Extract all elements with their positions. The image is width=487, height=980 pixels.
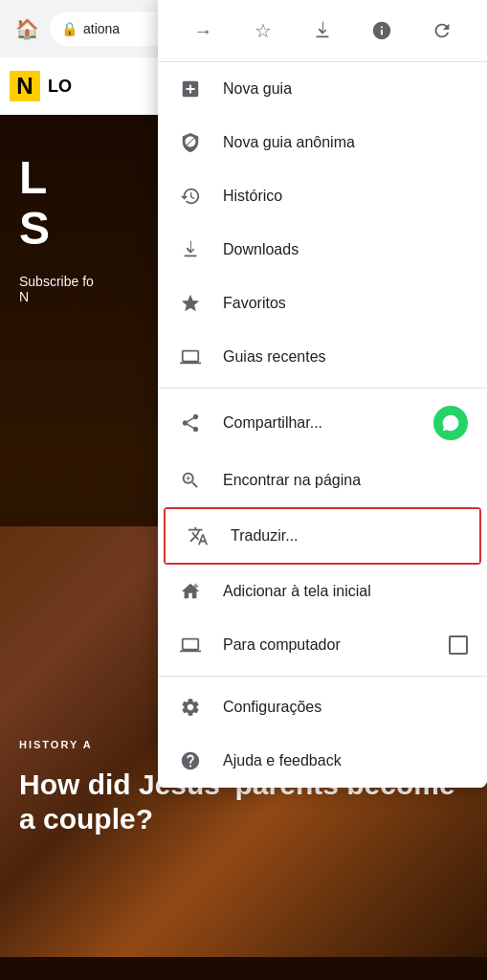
adicionar-tela-label: Adicionar à tela inicial	[223, 583, 468, 600]
ng-header: N LO	[0, 57, 158, 115]
traduzir-highlight-box: Traduzir...	[164, 507, 481, 565]
history-icon	[177, 183, 204, 210]
menu-item-encontrar-pagina[interactable]: Encontrar na página	[158, 454, 487, 507]
para-computador-label: Para computador	[223, 636, 430, 654]
page-title-line2: S	[19, 204, 94, 255]
traduzir-label: Traduzir...	[231, 527, 460, 545]
ng-logo-text: N	[16, 73, 33, 100]
guias-recentes-label: Guias recentes	[223, 348, 468, 366]
favoritos-label: Favoritos	[223, 295, 468, 312]
incognito-icon	[177, 129, 204, 156]
dropdown-toolbar: → ☆	[158, 0, 487, 62]
page-title-area: L S Subscribe fo N	[19, 153, 94, 304]
find-icon	[177, 467, 204, 494]
share-icon	[177, 410, 204, 436]
menu-item-compartilhar[interactable]: Compartilhar...	[158, 392, 487, 454]
refresh-button[interactable]	[423, 11, 461, 50]
forward-button[interactable]: →	[184, 11, 222, 50]
whatsapp-badge	[433, 406, 468, 440]
menu-item-configuracoes[interactable]: Configurações	[158, 680, 487, 734]
ng-header-title: LO	[48, 77, 72, 97]
help-icon	[177, 747, 204, 774]
star-icon	[177, 290, 204, 317]
menu-item-nova-guia-anonima[interactable]: Nova guia anônima	[158, 116, 487, 169]
divider-1	[158, 388, 487, 389]
menu-item-adicionar-tela[interactable]: Adicionar à tela inicial	[158, 565, 487, 618]
subscribe-text: Subscribe fo N	[19, 274, 94, 304]
home-button[interactable]: 🏠	[10, 11, 44, 46]
nova-guia-label: Nova guia	[223, 80, 468, 98]
ng-logo: N	[10, 71, 40, 101]
history-label: HISTORY A	[19, 739, 93, 750]
recent-tabs-icon	[177, 344, 204, 370]
downloads-label: Downloads	[223, 241, 468, 258]
para-computador-checkbox[interactable]	[449, 635, 468, 655]
bookmark-button[interactable]: ☆	[244, 11, 282, 50]
compartilhar-label: Compartilhar...	[223, 414, 414, 432]
dropdown-menu: → ☆ Nova guia Nova guia anônima Históric…	[158, 0, 487, 788]
divider-2	[158, 676, 487, 677]
menu-item-guias-recentes[interactable]: Guias recentes	[158, 330, 487, 384]
settings-icon	[177, 694, 204, 721]
add-home-icon	[177, 578, 204, 605]
info-button[interactable]	[363, 11, 401, 50]
download-toolbar-button[interactable]	[303, 11, 342, 50]
menu-item-nova-guia[interactable]: Nova guia	[158, 62, 487, 116]
menu-item-historico[interactable]: Histórico	[158, 169, 487, 223]
historico-label: Histórico	[223, 188, 468, 205]
nova-guia-anonima-label: Nova guia anônima	[223, 134, 468, 151]
menu-item-downloads[interactable]: Downloads	[158, 223, 487, 277]
new-tab-icon	[177, 76, 204, 102]
translate-icon	[185, 523, 211, 549]
menu-item-favoritos[interactable]: Favoritos	[158, 277, 487, 330]
menu-item-para-computador[interactable]: Para computador	[158, 618, 487, 672]
desktop-icon	[177, 632, 204, 658]
menu-item-traduzir[interactable]: Traduzir...	[166, 509, 479, 563]
ajuda-feedback-label: Ajuda e feedback	[223, 752, 468, 769]
lock-icon: 🔒	[61, 21, 77, 36]
downloads-icon	[177, 236, 204, 263]
encontrar-pagina-label: Encontrar na página	[223, 472, 468, 489]
page-title-line1: L	[19, 153, 94, 204]
menu-item-ajuda-feedback[interactable]: Ajuda e feedback	[158, 734, 487, 788]
configuracoes-label: Configurações	[223, 699, 468, 716]
